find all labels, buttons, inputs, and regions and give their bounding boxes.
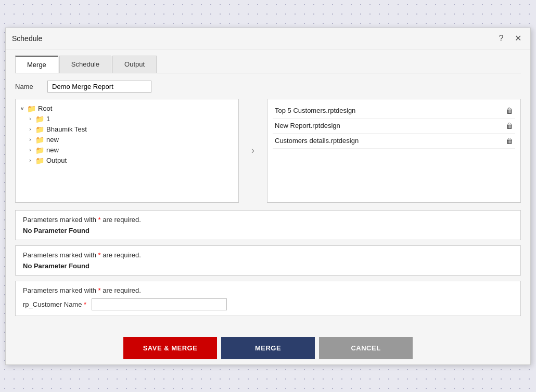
param-section-0: Parameters marked with * are required. N… [15, 210, 521, 240]
tree-item-output[interactable]: › 📁 Output [27, 155, 235, 166]
add-report-button[interactable]: › [251, 145, 254, 156]
schedule-dialog: Schedule ? ✕ Merge Schedule Output Name [5, 28, 531, 365]
cancel-button[interactable]: CANCEL [319, 337, 413, 359]
tree-item-1[interactable]: › 📁 1 [27, 114, 235, 124]
chevron-1-icon: › [27, 116, 33, 122]
title-bar: Schedule ? ✕ [6, 28, 530, 49]
param-required-text-1: Parameters marked with * are required. [23, 251, 513, 259]
arrow-column: › [245, 99, 261, 203]
tree-item-root[interactable]: ∨ 📁 Root [19, 103, 235, 114]
tab-output[interactable]: Output [112, 56, 157, 73]
tree-item-new2[interactable]: › 📁 new [27, 145, 235, 155]
tab-schedule[interactable]: Schedule [59, 56, 111, 73]
name-row: Name [15, 81, 521, 93]
report-item-1: New Report.rptdesign 🗑 [273, 119, 515, 134]
close-button[interactable]: ✕ [512, 32, 524, 45]
name-input[interactable] [47, 81, 151, 93]
report-item-2: Customers details.rptdesign 🗑 [273, 134, 515, 149]
dialog-body: Merge Schedule Output Name ∨ 📁 Root [6, 49, 530, 330]
folder-root-icon: 📁 [27, 104, 36, 113]
tree-label-output: Output [46, 156, 67, 164]
footer: SAVE & MERGE MERGE CANCEL [6, 330, 530, 364]
folder-1-icon: 📁 [35, 115, 44, 123]
tree-item-new1[interactable]: › 📁 new [27, 135, 235, 145]
param-input-customer-name[interactable] [92, 298, 227, 310]
param-section-2: Parameters marked with * are required. r… [15, 281, 521, 316]
tree-label-new1: new [46, 136, 59, 143]
help-button[interactable]: ? [495, 32, 507, 45]
param-row-2: rp_Customer Name * [23, 298, 513, 310]
tree-panel: ∨ 📁 Root › 📁 1 › 📁 Bhaumik Test [15, 99, 239, 203]
param-section-1: Parameters marked with * are required. N… [15, 245, 521, 276]
report-name-2: Customers details.rptdesign [275, 137, 359, 145]
param-no-found-0: No Parameter Found [23, 227, 513, 234]
tree-label-bhaumik: Bhaumik Test [46, 125, 87, 133]
tab-merge[interactable]: Merge [15, 56, 58, 73]
tree-item-bhaumik[interactable]: › 📁 Bhaumik Test [27, 124, 235, 135]
delete-report-2-button[interactable]: 🗑 [506, 137, 513, 145]
param-required-text-0: Parameters marked with * are required. [23, 216, 513, 224]
delete-report-1-button[interactable]: 🗑 [506, 122, 513, 130]
merge-button[interactable]: MERGE [221, 337, 315, 359]
save-merge-button[interactable]: SAVE & MERGE [123, 337, 217, 359]
panels: ∨ 📁 Root › 📁 1 › 📁 Bhaumik Test [15, 99, 521, 203]
report-name-1: New Report.rptdesign [275, 122, 340, 129]
chevron-output-icon: › [27, 158, 33, 163]
report-name-0: Top 5 Customers.rptdesign [275, 107, 355, 114]
report-item-0: Top 5 Customers.rptdesign 🗑 [273, 103, 515, 119]
chevron-root-icon: ∨ [19, 106, 25, 111]
folder-bhaumik-icon: 📁 [35, 125, 44, 134]
param-required-text-2: Parameters marked with * are required. [23, 286, 513, 294]
reports-panel: Top 5 Customers.rptdesign 🗑 New Report.r… [267, 99, 521, 203]
tree-label-root: Root [38, 104, 52, 112]
tree-indent-1: › 📁 1 › 📁 Bhaumik Test › 📁 new [19, 114, 235, 166]
title-bar-actions: ? ✕ [495, 32, 524, 45]
param-no-found-1: No Parameter Found [23, 262, 513, 270]
param-label-2: rp_Customer Name * [23, 300, 86, 308]
folder-new2-icon: 📁 [35, 146, 44, 154]
chevron-new1-icon: › [27, 137, 33, 142]
chevron-bhaumik-icon: › [27, 126, 33, 132]
delete-report-0-button[interactable]: 🗑 [506, 107, 513, 115]
dialog-title: Schedule [12, 34, 42, 43]
chevron-new2-icon: › [27, 147, 33, 153]
tree-label-new2: new [46, 146, 59, 154]
name-label: Name [15, 83, 41, 90]
folder-output-icon: 📁 [35, 156, 44, 165]
tabs-bar: Merge Schedule Output [15, 56, 521, 73]
tree-label-1: 1 [46, 115, 50, 123]
folder-new1-icon: 📁 [35, 136, 44, 144]
